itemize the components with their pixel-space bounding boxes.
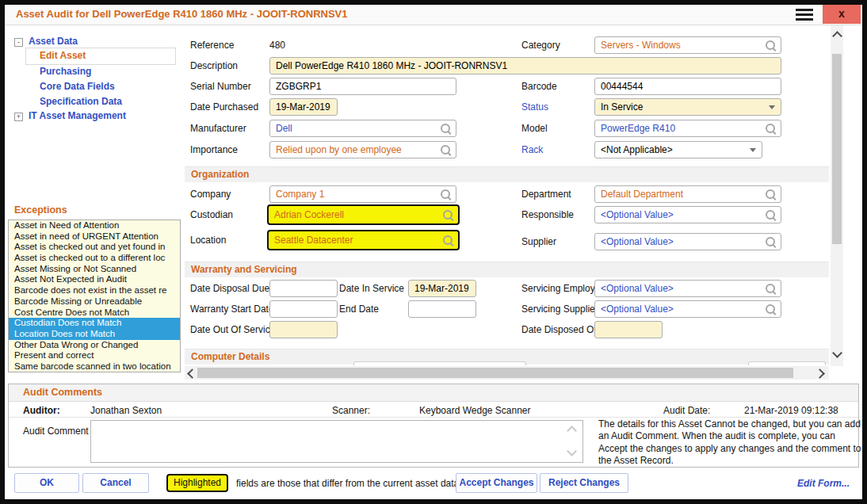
rack-value: <Not Applicable> — [601, 142, 673, 158]
search-icon[interactable] — [442, 235, 454, 246]
organization-section-header: Organization — [185, 166, 829, 182]
exception-item-selected[interactable]: Custodian Does not Match — [9, 318, 180, 329]
scroll-up-icon[interactable] — [832, 31, 842, 41]
location-field-highlighted[interactable]: Seattle Datacenter — [267, 230, 460, 250]
search-icon[interactable] — [765, 283, 777, 295]
date-out-of-service-field[interactable] — [269, 321, 338, 338]
importance-field[interactable]: Relied upon by one employee — [269, 141, 456, 158]
date-in-service-value: 19-Mar-2019 — [414, 281, 469, 296]
servicing-employee-field[interactable]: <Optional Value> — [594, 280, 781, 297]
scroll-left-icon[interactable] — [187, 368, 197, 379]
barcode-field[interactable]: 00444544 — [594, 78, 781, 95]
clipped-field-top — [748, 361, 826, 365]
dropdown-icon[interactable] — [769, 105, 775, 109]
model-field[interactable]: PowerEdge R410 — [594, 120, 781, 137]
date-out-of-service-label: Date Out Of Service — [190, 324, 275, 335]
accept-changes-button[interactable]: Accept Changes — [456, 473, 537, 493]
exceptions-title: Exceptions — [14, 204, 67, 216]
exception-item[interactable]: Asset is checked out to a different loc — [9, 253, 180, 264]
scroll-down-icon[interactable] — [832, 348, 842, 358]
tree-item-purchasing[interactable]: Purchasing — [40, 66, 91, 77]
asset-audit-dialog: Asset Audit for Dell PowerEdge R410 1860… — [0, 0, 867, 504]
search-icon[interactable] — [440, 123, 452, 135]
company-field[interactable]: Company 1 — [269, 185, 456, 203]
servicing-supplier-field[interactable]: <Optional Value> — [594, 300, 781, 318]
title-bar: Asset Audit for Dell PowerEdge R410 1860… — [5, 5, 862, 25]
scroll-right-icon[interactable] — [815, 368, 825, 379]
dropdown-icon[interactable] — [750, 148, 756, 152]
search-icon[interactable] — [765, 189, 777, 200]
audit-comment-label: Audit Comment — [23, 426, 89, 437]
date-disposed-of-label: Date Disposed Of — [521, 324, 597, 335]
exception-item[interactable]: Asset Missing or Not Scanned — [9, 264, 180, 275]
audit-note: The details for this Asset Cannot be cha… — [598, 418, 861, 467]
warranty-start-date-field[interactable] — [269, 300, 338, 318]
model-value: PowerEdge R410 — [601, 120, 675, 136]
exception-item-selected[interactable]: Location Does not Match — [9, 329, 180, 340]
category-field[interactable]: Servers - Windows — [594, 36, 781, 54]
warranty-start-date-label: Warranty Start Date — [190, 304, 274, 315]
audit-comment-input[interactable] — [90, 420, 583, 463]
supplier-value: <Optional Value> — [601, 234, 674, 250]
rack-label: Rack — [521, 144, 543, 155]
search-icon[interactable] — [765, 236, 777, 248]
search-icon[interactable] — [440, 144, 452, 156]
exception-item[interactable]: Present and correct — [9, 350, 180, 361]
search-icon[interactable] — [442, 209, 454, 221]
close-button[interactable]: x — [823, 5, 861, 24]
tree-item-specification-data[interactable]: Specification Data — [40, 96, 122, 107]
status-dropdown[interactable]: In Service — [594, 98, 781, 116]
date-disposal-due-field[interactable] — [269, 280, 338, 297]
tree-expand-icon[interactable]: + — [14, 113, 23, 121]
exception-item[interactable]: Asset in Need of Attention — [9, 220, 180, 231]
horizontal-scrollbar[interactable] — [185, 366, 829, 380]
rack-dropdown[interactable]: <Not Applicable> — [594, 141, 762, 158]
warranty-section-header: Warranty and Servicing — [185, 262, 829, 277]
exception-item[interactable]: Asset in need of URGENT Attention — [9, 231, 180, 242]
tree-item-it-asset-management[interactable]: IT Asset Management — [29, 110, 126, 121]
tree-item-core-data-fields[interactable]: Core Data Fields — [40, 81, 115, 92]
reject-changes-button[interactable]: Reject Changes — [540, 473, 628, 493]
exception-item[interactable]: Asset is checked out and yet found in — [9, 242, 180, 253]
category-value: Servers - Windows — [601, 37, 681, 53]
highlighted-badge: Highlighted — [166, 474, 228, 492]
exception-item[interactable]: Same barcode scanned in two location — [9, 361, 180, 372]
exception-item[interactable]: Cost Centre Does not Match — [9, 307, 180, 319]
date-in-service-field[interactable]: 19-Mar-2019 — [408, 280, 476, 297]
exception-item[interactable]: Other Data Wrong or Changed — [9, 340, 180, 351]
manufacturer-field[interactable]: Dell — [269, 120, 456, 137]
search-icon[interactable] — [440, 189, 452, 200]
auditor-value: Jonathan Sexton — [90, 405, 162, 416]
date-disposal-due-label: Date Disposal Due — [190, 283, 269, 294]
department-label: Department — [521, 189, 571, 200]
description-field[interactable]: Dell PowerEdge R410 1860 MHz - JOOIT-RON… — [269, 57, 781, 74]
menu-icon[interactable] — [796, 9, 813, 21]
responsible-field[interactable]: <Optional Value> — [594, 206, 781, 223]
exception-item[interactable]: Barcode does not exist in the asset re — [9, 285, 180, 296]
serial-number-field[interactable]: ZGBGRP1 — [269, 78, 456, 95]
date-purchased-value: 19-Mar-2019 — [276, 99, 330, 115]
date-disposed-of-field[interactable] — [594, 321, 663, 338]
reference-label: Reference — [190, 40, 234, 51]
search-icon[interactable] — [765, 123, 777, 135]
cancel-button[interactable]: Cancel — [82, 473, 149, 493]
exception-item[interactable]: Barcode Missing or Unreadable — [9, 296, 180, 307]
custodian-field-highlighted[interactable]: Adrian Cockerell — [267, 204, 460, 225]
tree-item-edit-asset[interactable]: Edit Asset — [40, 50, 86, 61]
date-purchased-field[interactable]: 19-Mar-2019 — [269, 98, 338, 116]
department-field[interactable]: Default Department — [594, 185, 781, 203]
search-icon[interactable] — [765, 40, 777, 52]
exception-item[interactable]: Asset Not Expected in Audit — [9, 274, 180, 285]
edit-form-link[interactable]: Edit Form... — [797, 478, 850, 489]
end-date-field[interactable] — [408, 300, 476, 318]
supplier-field[interactable]: <Optional Value> — [594, 233, 781, 250]
ok-button[interactable]: OK — [14, 473, 79, 493]
tree-item-asset-data[interactable]: Asset Data — [29, 36, 78, 47]
search-icon[interactable] — [765, 209, 777, 221]
vertical-scrollbar[interactable] — [831, 25, 843, 366]
search-icon[interactable] — [765, 304, 777, 315]
tree-collapse-icon[interactable]: - — [14, 38, 23, 47]
horizontal-scroll-thumb[interactable] — [197, 368, 793, 378]
exceptions-listbox[interactable]: Asset in Need of Attention Asset in need… — [8, 220, 181, 372]
vertical-scroll-thumb[interactable] — [832, 54, 842, 244]
